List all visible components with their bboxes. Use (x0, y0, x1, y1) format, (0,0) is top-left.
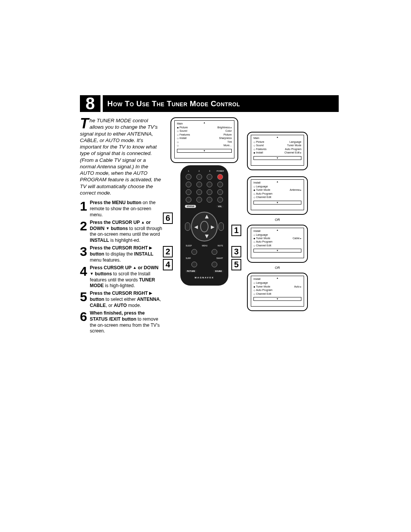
btn-ch-up[interactable] (217, 182, 223, 187)
btn-8[interactable] (196, 189, 202, 195)
step-list: 1 Press the MENU button on the remote to… (80, 200, 163, 334)
cursor-up-icon[interactable] (205, 215, 209, 219)
btn-power[interactable] (217, 174, 223, 180)
remote-control: 123POWER (180, 165, 228, 286)
callout-4: 4 (163, 259, 173, 270)
step-1: 1 Press the MENU button on the remote to… (80, 200, 163, 218)
remote-brand: MAGNAVOX (184, 276, 225, 279)
btn-smart[interactable] (212, 262, 217, 267)
callout-3: 3 (231, 246, 241, 257)
btn-5[interactable] (196, 182, 202, 187)
osd-install-auto: ▲ Install Language Tuner ModeAuto Auto P… (247, 273, 308, 311)
callout-1: 1 (231, 225, 241, 236)
or-label-1: OR (244, 218, 311, 222)
cursor-down-icon[interactable] (205, 235, 209, 238)
intro-paragraph: The TUNER MODE control allows you to cha… (80, 117, 163, 196)
btn-7[interactable] (186, 189, 191, 195)
btn-tv[interactable] (207, 197, 212, 203)
step-3: 3 Press the CURSOR RIGHT ▶ button to dis… (80, 245, 163, 264)
step-5: 5 Press the CURSOR RIGHT ▶ button to sel… (80, 291, 163, 309)
btn-6[interactable] (207, 182, 212, 187)
cursor-right-icon[interactable] (211, 225, 215, 229)
btn-vol-up[interactable] (218, 222, 224, 231)
cursor-left-icon[interactable] (194, 225, 198, 229)
btn-sound[interactable]: SOUND (213, 270, 224, 273)
btn-blank[interactable] (217, 197, 223, 203)
osd-main-picture: ▲ Main PictureBrightness SoundColor Feat… (170, 117, 238, 163)
left-column: The TUNER MODE control allows you to cha… (80, 117, 163, 336)
btn-0[interactable] (196, 197, 202, 203)
right-column: ▲ Main PictureBrightness SoundColor Feat… (168, 117, 339, 336)
btn-vol-down[interactable] (185, 222, 190, 231)
intro-text: he TUNER MODE control allows you to chan… (80, 118, 161, 196)
section-title: How To Use The Tuner Mode Control (103, 95, 339, 112)
btn-4[interactable] (186, 182, 191, 187)
section-header: 8 How To Use The Tuner Mode Control (80, 95, 339, 112)
osd-install-cable: ▲ Install Language Tuner ModeCable Auto … (247, 225, 308, 263)
btn-ch-dn[interactable] (217, 189, 223, 195)
btn-sleep[interactable] (191, 249, 197, 255)
osd-install-antenna: ▲ Install Language Tuner ModeAntenna Aut… (247, 176, 308, 215)
btn-2[interactable] (196, 174, 202, 180)
btn-status-exit[interactable]: STATUS (185, 205, 196, 208)
step-6: 6 When finished, press the STATUS /EXIT … (80, 310, 163, 334)
btn-mute[interactable] (212, 249, 217, 255)
dpad[interactable] (191, 212, 217, 241)
btn-3[interactable] (207, 174, 212, 180)
btn-vol[interactable]: VOL (216, 205, 224, 208)
manual-page: 8 How To Use The Tuner Mode Control The … (0, 0, 411, 412)
step-2: 2 Press the CURSOR UP ▲ or DOWN ▼ button… (80, 220, 163, 244)
osd-main-install: ▲ Main PictureLanguage SoundTuner Mode F… (247, 132, 308, 170)
btn-9[interactable] (207, 189, 212, 195)
btn-ach[interactable] (186, 197, 191, 203)
step-4: 4 Press CURSOR UP ▲ or DOWN ▼ buttons to… (80, 265, 163, 289)
btn-surf[interactable] (191, 262, 197, 267)
or-label-2: OR (244, 266, 311, 270)
callout-6: 6 (163, 212, 173, 224)
callout-2: 2 (163, 246, 173, 257)
btn-picture[interactable]: PICTURE (185, 270, 197, 273)
callout-5: 5 (231, 259, 241, 270)
btn-1[interactable] (186, 174, 191, 180)
osd-stack: ▲ Main PictureLanguage SoundTuner Mode F… (244, 132, 311, 313)
section-number: 8 (80, 95, 100, 112)
